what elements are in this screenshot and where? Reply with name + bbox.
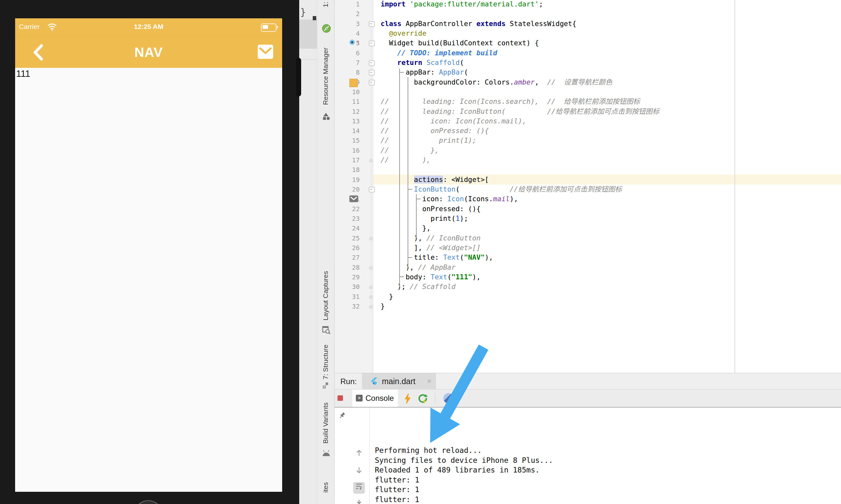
run-tab-main-dart[interactable]: main.dart ×	[362, 373, 436, 390]
code-line-16[interactable]: // },	[381, 146, 439, 155]
structure-guide-tick	[399, 72, 404, 73]
stop-button[interactable]	[338, 395, 343, 401]
hot-restart-icon[interactable]	[417, 393, 429, 404]
line-number: 24	[334, 223, 360, 233]
android-head-icon[interactable]	[322, 450, 330, 458]
mail-action-icon[interactable]	[258, 45, 273, 59]
line-number: 30	[334, 282, 360, 291]
code-line-13[interactable]: // icon: Icon(Icons.mail),	[381, 116, 526, 126]
tool-button-layout-captures[interactable]: Layout Captures	[322, 271, 329, 321]
fold-collapse-icon[interactable]	[369, 80, 375, 86]
color-swatch-amber-icon[interactable]	[349, 79, 358, 87]
android-studio-icon[interactable]	[322, 24, 331, 34]
hot-reload-bolt-icon[interactable]	[403, 393, 412, 404]
structure-icon[interactable]	[322, 382, 329, 390]
code-line-25[interactable]: ), // IconButton	[381, 233, 481, 243]
code-line-23[interactable]: print(1);	[381, 214, 468, 223]
structure-guide-tick	[416, 199, 420, 199]
code-line-27[interactable]: title: Text("NAV"),	[381, 253, 493, 262]
code-line-12[interactable]: // leading: IconButton( //给导航栏前添加可点击到按钮图…	[381, 107, 659, 116]
fold-collapse-icon[interactable]	[369, 70, 375, 75]
fold-collapse-icon[interactable]	[369, 40, 375, 46]
code-line-6[interactable]: // TODO: implement build	[381, 48, 497, 58]
console-output: Performing hot reload...Syncing files to…	[334, 408, 841, 504]
line-number: 27	[334, 253, 360, 262]
scroll-to-end-icon[interactable]	[353, 499, 365, 504]
code-line-7[interactable]: return Scaffold(	[381, 58, 464, 68]
line-number: 18	[334, 165, 360, 175]
down-arrow-icon[interactable]	[353, 466, 365, 478]
run-label: Run:	[340, 377, 357, 386]
shapes-icon[interactable]	[322, 112, 330, 122]
line-number: 23	[334, 214, 360, 223]
mail-preview-icon[interactable]	[349, 195, 358, 202]
simulator-window: Carrier 12:25 AM NAV 111	[0, 0, 299, 504]
pin-icon[interactable]	[338, 411, 346, 420]
code-line-5[interactable]: Widget build(BuildContext context) {	[381, 38, 539, 48]
code-line-14[interactable]: // onPressed: (){	[381, 126, 489, 136]
override-arrow-icon: ↑	[357, 38, 360, 47]
code-editor[interactable]: 12345↑6789101112131415161718192021222324…	[334, 0, 841, 373]
tool-button-ites[interactable]: ites	[322, 482, 329, 493]
phone-status-bar: Carrier 12:25 AM	[15, 18, 282, 37]
code-line-1[interactable]: import 'package:flutter/material.dart';	[381, 0, 543, 9]
soft-wrap-icon[interactable]	[353, 482, 365, 494]
code-line-30[interactable]: ); // Scaffold	[381, 282, 456, 291]
console-run-icon: >	[356, 395, 363, 401]
home-button[interactable]	[134, 500, 163, 504]
line-number: 19	[334, 175, 360, 184]
console-line: flutter: 1	[375, 485, 419, 495]
code-line-9[interactable]: backgroundColor: Colors.amber, // 设置导航栏颜…	[381, 77, 612, 87]
structure-guide	[399, 69, 400, 287]
structure-guide-tick	[399, 276, 404, 277]
line-number: 14	[334, 126, 360, 136]
line-number: 26	[334, 243, 360, 253]
ide-background-sliver: }	[299, 0, 317, 504]
code-line-15[interactable]: // print(1);	[381, 136, 477, 145]
code-line-26[interactable]: ], // <Widget>[]	[381, 243, 481, 253]
layout-capture-icon[interactable]	[322, 326, 330, 336]
line-number: 3	[334, 19, 360, 29]
code-line-20[interactable]: IconButton( //给导航栏前添加可点击到按钮图标	[381, 184, 622, 194]
close-tab-icon[interactable]: ×	[427, 377, 431, 386]
code-line-24[interactable]: },	[381, 223, 430, 233]
tool-button-1-proj[interactable]: 1: Proj	[322, 0, 329, 7]
line-number: 20	[334, 184, 360, 194]
code-line-21[interactable]: icon: Icon(Icons.mail),	[381, 194, 518, 204]
code-line-28[interactable]: ), // AppBar	[381, 263, 456, 272]
code-line-3[interactable]: class AppBarController extends Stateless…	[381, 19, 576, 29]
tool-button-7-structure[interactable]: 7: Structure	[322, 345, 329, 380]
app-nav-bar: NAV	[15, 37, 282, 68]
code-line-22[interactable]: onPressed: (){	[381, 204, 481, 214]
code-line-19[interactable]: actions: <Widget>[	[381, 175, 489, 184]
code-line-31[interactable]: }	[381, 292, 393, 302]
line-number: 8	[334, 68, 360, 77]
fold-collapse-icon[interactable]	[369, 60, 375, 66]
run-toolbar: > Console	[334, 390, 841, 408]
line-number: 32	[334, 302, 360, 311]
console-tab[interactable]: > Console	[352, 390, 398, 407]
nav-title: NAV	[15, 45, 282, 60]
code-line-4[interactable]: @override	[381, 29, 426, 38]
code-line-29[interactable]: body: Text("111"),	[381, 272, 481, 282]
line-number: 31	[334, 292, 360, 302]
line-number: 10	[334, 87, 360, 97]
line-number: 17	[334, 155, 360, 165]
tool-button-build-variants[interactable]: Build Variants	[322, 402, 329, 444]
devtools-icon[interactable]	[443, 393, 453, 403]
code-line-17[interactable]: // ),	[381, 155, 430, 165]
fold-collapse-icon[interactable]	[369, 21, 375, 27]
line-number: 5	[334, 38, 360, 48]
console-line: flutter: 1	[375, 475, 419, 485]
up-arrow-icon[interactable]	[353, 449, 365, 460]
code-line-11[interactable]: // leading: Icon(Icons.search), // 给导航栏前…	[381, 97, 640, 106]
code-line-8[interactable]: appBar: AppBar(	[381, 68, 468, 77]
tool-button-resource-manager[interactable]: Resource Manager	[322, 48, 329, 105]
back-chevron-icon[interactable]	[32, 44, 45, 61]
fold-collapse-icon[interactable]	[369, 187, 375, 193]
console-tab-label: Console	[365, 394, 394, 403]
right-margin-guide	[735, 0, 735, 373]
code-line-32[interactable]: }	[381, 302, 385, 311]
code-fragment: }	[300, 6, 306, 18]
panel-fragment-dot	[313, 16, 316, 20]
